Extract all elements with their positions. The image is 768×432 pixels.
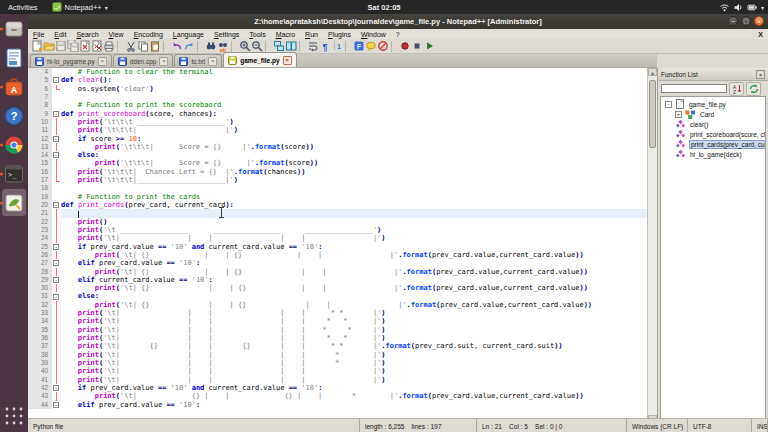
line-number[interactable]: 33 [28, 309, 52, 317]
fold-margin[interactable]: - [52, 384, 61, 392]
close-file-button[interactable] [79, 40, 91, 53]
tree-item-print_cardsprev_cardcurren[interactable]: print_cards(prev_card, curren [661, 139, 765, 149]
menu-encoding[interactable]: Encoding [129, 31, 168, 38]
fold-collapse-box[interactable]: - [53, 260, 59, 266]
fold-margin[interactable]: - [52, 135, 61, 143]
fold-collapse-box[interactable]: - [53, 77, 59, 83]
dock-item-ubuntu-software[interactable]: A [0, 72, 28, 101]
dock-item-help[interactable]: ? [0, 101, 28, 130]
activities-button[interactable]: Activities [0, 3, 46, 12]
line-number[interactable]: 25 [28, 243, 52, 251]
menu-run[interactable]: Run [300, 31, 323, 38]
fold-collapse-box[interactable]: - [53, 202, 59, 208]
line-number[interactable]: 37 [28, 342, 52, 350]
line-number[interactable]: 14 [28, 151, 52, 159]
line-number[interactable]: 30 [28, 284, 52, 292]
line-number[interactable]: 21 [28, 209, 52, 217]
expand-expander[interactable]: + [675, 111, 682, 118]
line-number[interactable]: 24 [28, 234, 52, 242]
paste-button[interactable] [149, 40, 161, 53]
editor[interactable]: 4 # Function to clear the terminal5-def … [28, 68, 647, 423]
line-number[interactable]: 5 [28, 76, 52, 84]
line-number[interactable]: 31 [28, 292, 52, 300]
line-number[interactable]: 17 [28, 176, 52, 184]
line-number[interactable]: 38 [28, 351, 52, 359]
line-number[interactable]: 11 [28, 126, 52, 134]
fold-collapse-box[interactable]: - [53, 402, 59, 408]
app-menu[interactable]: Notepad++ ▾ [46, 2, 114, 12]
tab-close-icon[interactable]: × [208, 57, 217, 66]
function-list-plugin-button[interactable]: F [353, 40, 365, 53]
window-titlebar[interactable]: Z:\home\aprataksh\Desktop\journaldev\gam… [28, 14, 768, 29]
tree-item-clear[interactable]: clear() [661, 119, 765, 129]
zoom-in-button[interactable] [239, 40, 251, 53]
line-number[interactable]: 22 [28, 218, 52, 226]
tree-item-print_scoreboardscorechan[interactable]: print_scoreboard(score, chan [661, 129, 765, 139]
line-number[interactable]: 27 [28, 259, 52, 267]
line-number[interactable]: 20 [28, 201, 52, 209]
line-number[interactable]: 29 [28, 276, 52, 284]
tab-game_file.py[interactable]: game_file.py× [223, 52, 296, 67]
fold-collapse-box[interactable]: - [53, 136, 59, 142]
close-all-button[interactable] [91, 40, 103, 53]
tree-item-Card[interactable]: +Card [661, 109, 765, 119]
collapse-expander[interactable]: - [665, 101, 672, 108]
open-file-button[interactable] [43, 40, 55, 53]
sync-vertical-button[interactable] [273, 40, 285, 53]
line-number[interactable]: 36 [28, 334, 52, 342]
sync-horizontal-button[interactable] [285, 40, 297, 53]
fold-margin[interactable]: - [52, 243, 61, 251]
find-button[interactable] [205, 40, 217, 53]
fold-margin[interactable]: - [52, 259, 61, 267]
dock-item-chrome[interactable] [0, 130, 28, 159]
line-number[interactable]: 7 [28, 93, 52, 101]
reload-button[interactable] [746, 82, 761, 96]
line-number[interactable]: 19 [28, 193, 52, 201]
line-number[interactable]: 35 [28, 326, 52, 334]
fold-margin[interactable]: - [52, 401, 61, 409]
menu-settings[interactable]: Settings [209, 31, 244, 38]
line-number[interactable]: 18 [28, 184, 52, 192]
fold-margin[interactable]: - [52, 276, 61, 284]
dock-item-libreoffice-writer[interactable] [0, 43, 28, 72]
document-monitor-plugin-button[interactable] [365, 40, 377, 53]
line-number[interactable]: 43 [28, 392, 52, 400]
line-number[interactable]: 13 [28, 143, 52, 151]
fold-margin[interactable]: - [52, 151, 61, 159]
menu-edit[interactable]: Edit [49, 31, 71, 38]
tab-close-icon[interactable]: × [159, 57, 168, 66]
print-button[interactable] [103, 40, 115, 53]
menu-view[interactable]: View [104, 31, 129, 38]
fold-collapse-box[interactable]: - [53, 385, 59, 391]
fold-collapse-box[interactable]: - [53, 244, 59, 250]
line-number[interactable]: 44 [28, 401, 52, 409]
redo-button[interactable] [183, 40, 195, 53]
disable-plugin-button[interactable] [377, 40, 389, 53]
copy-button[interactable] [137, 40, 149, 53]
fold-collapse-box[interactable]: - [53, 111, 59, 117]
undo-button[interactable] [171, 40, 183, 53]
dock-item-show-applications[interactable] [0, 401, 28, 430]
tab-hi-lo_pygame.py[interactable]: hi-lo_pygame.py× [30, 54, 112, 67]
line-number[interactable]: 39 [28, 359, 52, 367]
menu-language[interactable]: Language [168, 31, 209, 38]
sort-button[interactable]: AZ [729, 82, 744, 96]
fold-collapse-box[interactable]: - [53, 294, 59, 300]
function-search-input[interactable] [661, 84, 727, 93]
word-wrap-button[interactable] [307, 40, 319, 53]
new-file-button[interactable] [31, 40, 43, 53]
fold-margin[interactable]: - [52, 201, 61, 209]
line-number[interactable]: 6 [28, 85, 52, 93]
dock-item-notepadpp[interactable] [0, 188, 28, 217]
line-number[interactable]: 16 [28, 168, 52, 176]
show-all-characters-button[interactable]: ¶ [319, 40, 331, 53]
line-number[interactable]: 10 [28, 118, 52, 126]
maximize-button[interactable]: □ [741, 16, 751, 26]
editor-vertical-scrollbar[interactable]: ▲ ▼ [647, 68, 657, 423]
menu-plugins[interactable]: Plugins [323, 31, 356, 38]
panel-close-button[interactable]: × [756, 70, 765, 79]
close-button[interactable]: × [754, 16, 764, 26]
menu-tools[interactable]: Tools [244, 31, 270, 38]
tab-tc.txt[interactable]: tc.txt× [174, 54, 222, 67]
scroll-up-arrow[interactable]: ▲ [648, 68, 657, 76]
